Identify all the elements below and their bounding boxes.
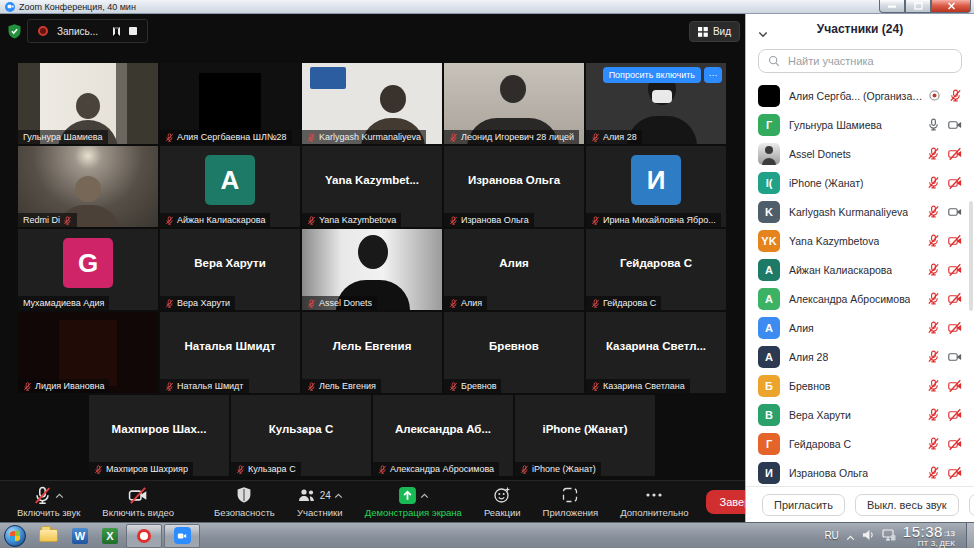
view-button[interactable]: Вид: [689, 21, 740, 42]
participant-row[interactable]: А Айжан Калиаскарова: [746, 255, 974, 284]
participant-row[interactable]: Assel Donets: [746, 139, 974, 168]
panel-more-button[interactable]: ...: [969, 494, 974, 516]
participant-status-icons: [923, 350, 962, 364]
video-tile[interactable]: Казарина Светл...Казарина Светлана: [586, 312, 726, 393]
maximize-button[interactable]: [905, 0, 931, 13]
search-input[interactable]: [786, 54, 952, 68]
camera-off-icon: [948, 147, 962, 161]
language-indicator[interactable]: RU: [824, 530, 838, 541]
grid-view-icon: [698, 27, 708, 37]
video-tile[interactable]: Александра Аб...Александра Абросимова: [373, 395, 513, 476]
participant-name-center: Yana Kazymbet...: [306, 174, 438, 186]
participant-row[interactable]: Алия Сергба... (Организатор, я): [746, 81, 974, 110]
tile-name-label: Ирина Михайловна Ябро...: [586, 213, 721, 227]
tile-name-label: Yana Kazymbetova: [302, 213, 401, 227]
close-button[interactable]: [931, 0, 971, 13]
taskbar-explorer-button[interactable]: [39, 529, 58, 542]
participant-status-icons: [923, 379, 962, 393]
camera-on-icon: [948, 205, 962, 219]
participant-row[interactable]: K Karlygash Kurmanaliyeva: [746, 197, 974, 226]
pause-recording-button[interactable]: [113, 27, 120, 36]
avatar: I(: [758, 172, 780, 194]
taskbar-excel-button[interactable]: X: [102, 528, 118, 544]
mic-off-icon: [33, 486, 52, 505]
network-icon[interactable]: [882, 527, 896, 545]
video-tile[interactable]: Лидия Ивановна: [18, 312, 158, 393]
meeting-toolbar: Включить звук Включить видео Безопасност…: [0, 480, 745, 522]
participant-row[interactable]: Г Гейдарова С: [746, 429, 974, 458]
recording-indicator-icon: [38, 26, 48, 36]
video-tile[interactable]: Redmi Di: [18, 146, 158, 227]
mic-off-icon: [927, 205, 940, 218]
video-tile[interactable]: Гульнура Шамиева: [18, 63, 158, 144]
video-tile[interactable]: Гейдарова СГейдарова С: [586, 229, 726, 310]
video-tile[interactable]: Лель ЕвгенияЛель Евгения: [302, 312, 442, 393]
participant-status-icons: [923, 263, 962, 277]
minimize-button[interactable]: [879, 0, 905, 13]
video-tile[interactable]: iPhone (Жанат)iPhone (Жанат): [515, 395, 655, 476]
more-button[interactable]: Дополнительно: [611, 486, 697, 518]
participant-row[interactable]: А Алия: [746, 313, 974, 342]
participant-row[interactable]: В Вера Харути: [746, 400, 974, 429]
clock-time: 15:38: [903, 524, 943, 539]
reactions-button[interactable]: Реакции: [475, 486, 530, 518]
invite-button[interactable]: Пригласить: [762, 494, 845, 516]
meeting-info-shield-icon[interactable]: [7, 23, 22, 44]
video-tile[interactable]: Наталья ШмидтНаталья Шмидт: [160, 312, 300, 393]
start-button[interactable]: [4, 525, 26, 547]
video-tile[interactable]: Махпиров Шах...Махпиров Шахрияр: [89, 395, 229, 476]
share-screen-button[interactable]: Демонстрация экрана: [356, 486, 471, 518]
share-options-chevron[interactable]: [420, 490, 429, 501]
tile-name-label: Казарина Светлана: [586, 379, 690, 393]
participants-options-chevron[interactable]: [334, 490, 343, 501]
taskbar-word-button[interactable]: W: [72, 528, 88, 544]
mic-off-icon: [307, 299, 316, 308]
taskbar-zoom-button[interactable]: [164, 524, 200, 548]
start-video-button[interactable]: Включить видео: [93, 486, 183, 518]
desktop: Zoom Конференция, 40 мин Запись... Вид Г…: [0, 0, 974, 548]
participant-row[interactable]: I( iPhone (Жанат): [746, 168, 974, 197]
participant-row[interactable]: А Алия 28: [746, 342, 974, 371]
participant-row[interactable]: И Изранова Ольга: [746, 458, 974, 486]
video-tile[interactable]: Алия Сергбаевна ШЛ№28: [160, 63, 300, 144]
video-tile[interactable]: Леонид Игоревич 28 лицей: [444, 63, 584, 144]
hidden-icons-chevron[interactable]: [846, 527, 855, 545]
video-tile[interactable]: ААйжан Калиаскарова: [160, 146, 300, 227]
video-tile[interactable]: Изранова ОльгаИзранова Ольга: [444, 146, 584, 227]
camera-off-icon: [948, 263, 962, 277]
video-tile[interactable]: АлияАлия: [444, 229, 584, 310]
audio-options-chevron[interactable]: [55, 490, 64, 501]
volume-icon[interactable]: [862, 527, 875, 545]
participant-status-icons: [923, 234, 962, 248]
video-tile[interactable]: Вера ХарутиВера Харути: [160, 229, 300, 310]
unmute-audio-button[interactable]: Включить звук: [8, 486, 89, 518]
apps-button[interactable]: Приложения: [534, 486, 608, 518]
video-tile[interactable]: ИИрина Михайловна Ябро...: [586, 146, 726, 227]
taskbar-clock[interactable]: 15:38:13 ПТ 3, ДЕК: [903, 524, 955, 548]
participant-row[interactable]: Б Бревнов: [746, 371, 974, 400]
video-tile[interactable]: Karlygash Kurmanaliyeva: [302, 63, 442, 144]
video-tile[interactable]: БревновБревнов: [444, 312, 584, 393]
participant-row[interactable]: Г Гульнура Шамиева: [746, 110, 974, 139]
avatar: В: [758, 404, 780, 426]
participant-row[interactable]: YK Yana Kazymbetova: [746, 226, 974, 255]
window-controls: [879, 0, 971, 13]
video-tile[interactable]: Yana Kazymbet...Yana Kazymbetova: [302, 146, 442, 227]
tile-more-button[interactable]: ···: [704, 67, 722, 83]
taskbar-opera-button[interactable]: [126, 524, 162, 548]
chevron-down-icon[interactable]: [758, 24, 768, 42]
video-tile[interactable]: Кульзара СКульзара С: [231, 395, 371, 476]
ask-to-unmute-button[interactable]: Попросить включить: [603, 67, 701, 83]
share-screen-label: Демонстрация экрана: [365, 507, 462, 518]
window-title: Zoom Конференция, 40 мин: [19, 2, 136, 12]
video-tile[interactable]: Попросить включить···Алия 28: [586, 63, 726, 144]
stop-recording-button[interactable]: [129, 27, 137, 35]
participant-row[interactable]: А Александра Абросимова: [746, 284, 974, 313]
avatar: И: [758, 462, 780, 484]
security-button[interactable]: Безопасность: [205, 486, 284, 518]
participants-button[interactable]: 24 Участники: [288, 486, 352, 518]
video-tile[interactable]: GМухамадиева Адия: [18, 229, 158, 310]
mute-all-button[interactable]: Выкл. весь звук: [855, 494, 959, 516]
show-desktop-button[interactable]: [966, 523, 974, 548]
video-tile[interactable]: Assel Donets: [302, 229, 442, 310]
